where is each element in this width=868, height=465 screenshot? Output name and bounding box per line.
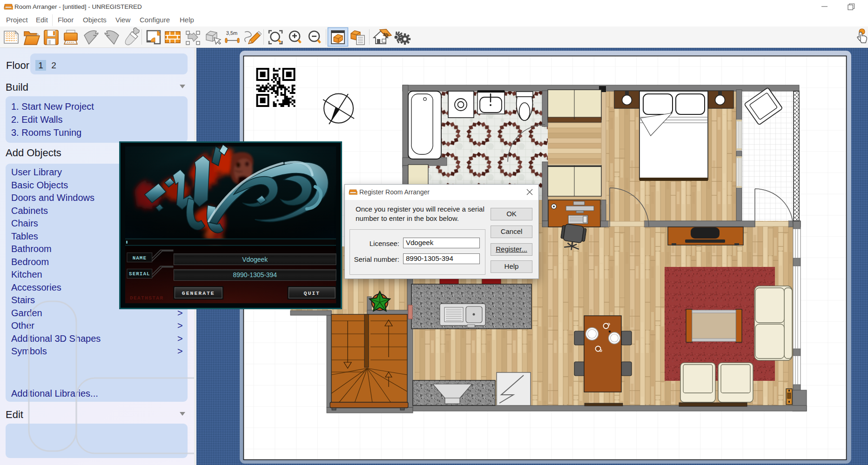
svg-text:QUIT: QUIT	[304, 290, 320, 296]
svg-text:Vdogeek: Vdogeek	[242, 256, 268, 263]
svg-text:3,5m: 3,5m	[226, 30, 237, 36]
svg-text:8990-1305-394: 8990-1305-394	[233, 271, 277, 279]
